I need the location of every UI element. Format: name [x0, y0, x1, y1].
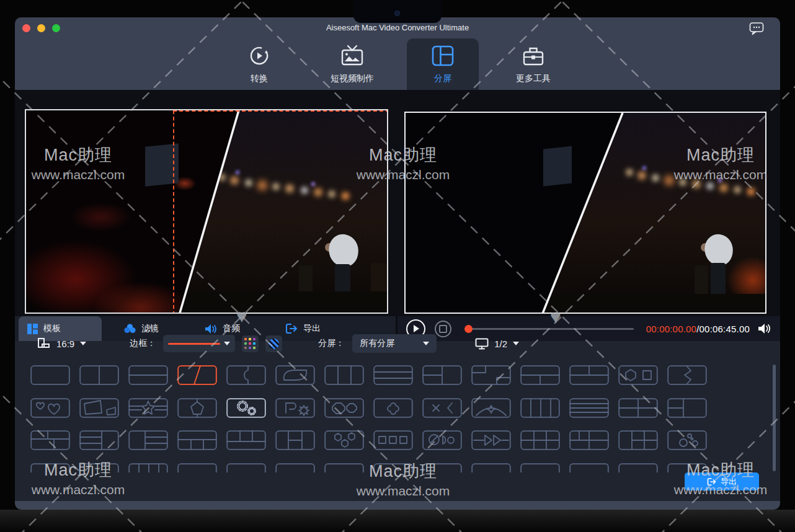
- template-clover[interactable]: [373, 398, 414, 418]
- template-star-split[interactable]: [128, 398, 169, 418]
- monitor-icon: [475, 338, 489, 350]
- template-trapezoids[interactable]: [79, 398, 120, 418]
- template-left-three-right-one[interactable]: [79, 430, 120, 450]
- template-single[interactable]: [422, 463, 463, 473]
- template-grid-five[interactable]: [569, 430, 610, 450]
- border-label: 边框：: [130, 338, 156, 349]
- selected-pane-outline[interactable]: [173, 110, 388, 314]
- display-notch: [353, 0, 442, 23]
- tab-convert-label: 转换: [251, 73, 268, 84]
- template-zigzag-split[interactable]: [667, 365, 708, 385]
- template-single[interactable]: [177, 463, 218, 473]
- template-top-three-bottom-one[interactable]: [226, 430, 267, 450]
- template-three-columns[interactable]: [324, 365, 365, 385]
- page-selector[interactable]: 1/2: [475, 338, 519, 350]
- template-single[interactable]: [324, 463, 365, 473]
- template-row: [30, 430, 708, 450]
- template-grid: [30, 365, 724, 472]
- template-dome-clover[interactable]: [471, 398, 512, 418]
- template-hearts[interactable]: [30, 398, 71, 418]
- template-row: [30, 463, 708, 473]
- template-two-rows[interactable]: [128, 365, 169, 385]
- aspect-ratio-icon: [37, 337, 51, 350]
- template-three-squares[interactable]: [373, 430, 414, 450]
- template-single[interactable]: [226, 463, 267, 473]
- tab-short-video-label: 短视频制作: [331, 73, 374, 84]
- feedback-chat-icon[interactable]: [749, 22, 764, 38]
- template-grid-2x2[interactable]: [618, 398, 659, 418]
- template-left-two-right-one[interactable]: [422, 365, 463, 385]
- template-single[interactable]: [471, 463, 512, 473]
- template-gears[interactable]: [226, 398, 267, 418]
- short-video-icon: [340, 45, 364, 67]
- template-six-cells[interactable]: [520, 430, 561, 450]
- page-indicator: 1/2: [494, 339, 507, 349]
- template-bubbles[interactable]: [667, 430, 708, 450]
- macbook-screen: Aiseesoft Mac Video Converter Ultimate 转: [0, 0, 795, 532]
- template-left-two-right-big[interactable]: [667, 398, 708, 418]
- template-single[interactable]: [30, 365, 71, 385]
- aspect-ratio-dropdown[interactable]: 16:9: [37, 337, 86, 350]
- hatch-pattern-icon: [269, 339, 279, 349]
- template-pentagon-split[interactable]: [177, 398, 218, 418]
- template-single[interactable]: [520, 463, 561, 473]
- title-and-nav-bar: Aiseesoft Mac Video Converter Ultimate 转: [15, 17, 780, 90]
- split-screen-icon: [432, 45, 454, 67]
- template-leaf-split[interactable]: [275, 365, 316, 385]
- template-single[interactable]: [275, 463, 316, 473]
- template-left-one-grid-four[interactable]: [618, 430, 659, 450]
- template-three-hexagons[interactable]: [324, 430, 365, 450]
- template-single[interactable]: [373, 463, 414, 473]
- template-four-rows[interactable]: [569, 398, 610, 418]
- output-preview: [404, 112, 766, 314]
- tab-more-tools[interactable]: 更多工具: [497, 38, 569, 90]
- template-three-rows[interactable]: [373, 365, 414, 385]
- window-title: Aiseesoft Mac Video Converter Ultimate: [15, 23, 780, 32]
- template-top-one-bottom-two[interactable]: [520, 365, 561, 385]
- template-row: [30, 365, 708, 385]
- template-grid-corner[interactable]: [30, 430, 71, 450]
- template-single[interactable]: [79, 463, 120, 473]
- app-window: Aiseesoft Mac Video Converter Ultimate 转: [15, 17, 780, 510]
- template-cross-bracket[interactable]: [422, 398, 463, 418]
- template-two-columns[interactable]: [79, 365, 120, 385]
- template-center-column[interactable]: [275, 430, 316, 450]
- template-single[interactable]: [30, 463, 71, 473]
- template-four-columns[interactable]: [128, 463, 169, 473]
- template-left-one-right-three[interactable]: [128, 430, 169, 450]
- scrollbar-thumb[interactable]: [773, 365, 776, 471]
- split-label: 分屏：: [318, 338, 344, 349]
- export-button[interactable]: 导出: [685, 472, 759, 490]
- template-single[interactable]: [667, 463, 708, 473]
- border-line-sample: [168, 343, 220, 345]
- template-circle-mix[interactable]: [422, 430, 463, 450]
- template-octagons[interactable]: [324, 398, 365, 418]
- template-top-one-bottom-three[interactable]: [177, 430, 218, 450]
- template-four-columns[interactable]: [520, 398, 561, 418]
- window-footer: [15, 501, 780, 510]
- template-single[interactable]: [618, 463, 659, 473]
- border-style-dropdown[interactable]: [163, 335, 235, 352]
- template-row: [30, 398, 708, 418]
- template-diagonal-split[interactable]: [177, 365, 218, 385]
- template-top-two-bottom-one[interactable]: [569, 365, 610, 385]
- template-single[interactable]: [569, 463, 610, 473]
- split-filter-value: 所有分屏: [360, 338, 394, 349]
- screen-bezel-bottom: [0, 510, 795, 532]
- template-two-triangles[interactable]: [471, 430, 512, 450]
- tab-split-screen[interactable]: 分屏: [407, 38, 479, 90]
- convert-icon: [248, 45, 270, 67]
- template-curve-split[interactable]: [226, 365, 267, 385]
- tab-split-screen-label: 分屏: [434, 73, 451, 84]
- template-hexagon-square[interactable]: [618, 365, 659, 385]
- template-corner-cells[interactable]: [471, 365, 512, 385]
- border-color-button[interactable]: [242, 335, 259, 352]
- border-pattern-button[interactable]: [265, 335, 282, 352]
- template-p-burst[interactable]: [275, 398, 316, 418]
- chevron-down-icon: [224, 342, 230, 345]
- tab-short-video[interactable]: 短视频制作: [316, 38, 388, 90]
- tab-more-tools-label: 更多工具: [516, 73, 551, 84]
- split-filter-dropdown[interactable]: 所有分屏: [352, 334, 437, 353]
- edit-preview[interactable]: [25, 109, 388, 314]
- tab-convert[interactable]: 转换: [223, 38, 295, 90]
